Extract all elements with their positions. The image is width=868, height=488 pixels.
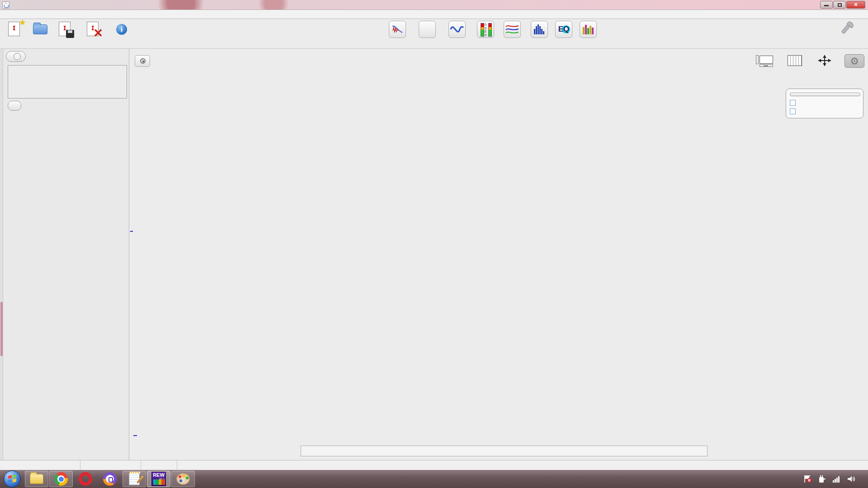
collapse-button[interactable] — [6, 51, 26, 62]
close-button[interactable]: ✕ — [846, 1, 865, 9]
taskbar-avast-browser[interactable] — [98, 471, 122, 487]
ir-windows-button[interactable] — [383, 21, 411, 39]
cursor-x-readout — [133, 435, 137, 436]
measurements-sidebar — [0, 49, 129, 460]
trace-legend-bar — [301, 446, 708, 456]
generator-button[interactable] — [443, 21, 471, 39]
windows-start-icon — [4, 470, 21, 488]
spl-meter-icon — [419, 21, 436, 38]
generator-icon — [448, 21, 466, 38]
preferences-wrench-icon — [841, 21, 858, 38]
minimize-button[interactable] — [820, 1, 833, 9]
java-app-icon — [2, 1, 9, 9]
bit-depth-status — [141, 460, 177, 470]
taskbar-paint[interactable] — [171, 471, 195, 487]
save-all-button[interactable] — [52, 21, 80, 39]
title-bar: ✕ — [0, 0, 868, 10]
rew-application-window: ✕ ★ ✕ i — [0, 0, 868, 488]
action-center-flag-icon[interactable] — [803, 474, 812, 483]
paint-icon — [176, 473, 190, 485]
notepad-icon — [129, 473, 140, 485]
taskbar-notepad[interactable] — [123, 471, 146, 487]
spl-meter-button[interactable] — [413, 21, 441, 39]
graph-controls-panel — [786, 89, 863, 118]
avast-browser-icon — [103, 472, 117, 486]
file-explorer-icon — [30, 474, 43, 484]
opera-icon — [79, 472, 92, 486]
wallpaper-decoration — [149, 0, 212, 10]
speaker-icon[interactable] — [846, 474, 855, 483]
taskbar-rew-active[interactable]: REWV5.1 — [147, 471, 170, 487]
wallpaper-decoration — [253, 0, 294, 10]
info-icon: i — [113, 21, 130, 38]
generate-minimum-phase-button[interactable] — [790, 93, 860, 96]
measure-icon: ★ — [6, 21, 24, 38]
maximize-button[interactable] — [833, 1, 846, 9]
menu-bar — [0, 10, 868, 19]
rta-button[interactable] — [525, 21, 553, 39]
sidebar-scrollbar[interactable] — [0, 49, 3, 460]
info-button[interactable]: i — [108, 21, 136, 39]
taskbar-file-explorer[interactable] — [25, 471, 48, 487]
remove-all-icon: ✕ — [85, 21, 102, 38]
memory-status — [0, 460, 80, 470]
network-signal-icon[interactable] — [832, 474, 841, 483]
measure-button[interactable]: ★ — [1, 21, 29, 39]
collapse-chevron-icon — [14, 53, 21, 60]
group-delay-plot[interactable] — [130, 49, 868, 460]
change-cal-button[interactable] — [8, 101, 21, 111]
cursor-y-readout — [130, 231, 133, 232]
rew-icon: REWV5.1 — [151, 472, 166, 486]
room-sim-icon — [580, 21, 597, 38]
taskbar-opera[interactable] — [74, 471, 97, 487]
delay-info-box — [8, 65, 127, 99]
open-folder-icon — [32, 21, 49, 38]
open-button[interactable] — [26, 21, 54, 39]
power-plug-icon[interactable] — [817, 474, 826, 483]
eq-icon: EQ — [555, 21, 572, 38]
levels-icon: 0369 — [477, 21, 494, 38]
overlays-button[interactable] — [498, 21, 526, 39]
windows-taskbar: REWV5.1 — [0, 470, 868, 488]
taskbar-chrome[interactable] — [49, 471, 73, 487]
preferences-button[interactable] — [834, 21, 865, 39]
room-sim-button[interactable] — [574, 21, 602, 39]
sample-rate-status — [80, 460, 141, 470]
overlays-icon — [504, 21, 521, 38]
show-points-checkbox[interactable] — [790, 100, 796, 106]
ir-windows-icon — [389, 21, 406, 38]
rta-icon — [531, 21, 548, 38]
show-modal-frequencies-checkbox[interactable] — [790, 108, 796, 114]
remove-all-button[interactable]: ✕ — [80, 21, 108, 39]
graph-area: ⚙ — [130, 49, 868, 460]
status-bar — [0, 460, 868, 470]
toolbar: ★ ✕ i — [0, 19, 868, 49]
eq-button[interactable]: EQ — [550, 21, 578, 39]
start-button[interactable] — [0, 471, 24, 487]
chrome-icon — [54, 472, 68, 486]
levels-button[interactable]: 0369 — [472, 21, 500, 39]
save-all-icon — [57, 21, 74, 38]
